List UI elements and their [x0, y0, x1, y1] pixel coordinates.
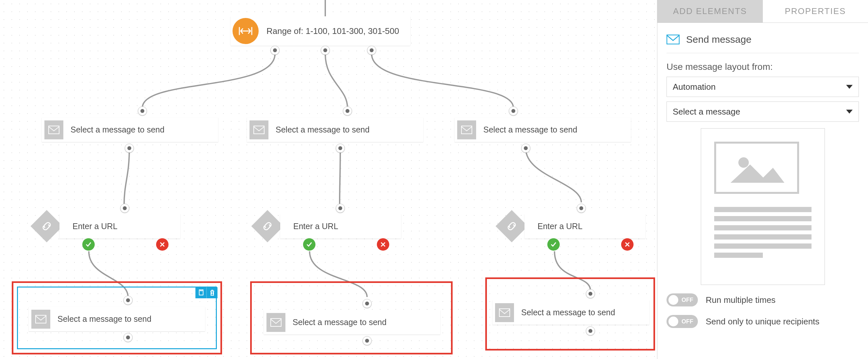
port[interactable] [343, 106, 352, 116]
toggle-state: OFF [682, 297, 693, 303]
tab-add-elements[interactable]: ADD ELEMENTS [657, 0, 763, 23]
preview-line [714, 234, 811, 239]
node-actions [195, 287, 217, 298]
message-node[interactable]: Select a message to send [29, 307, 205, 331]
chevron-down-icon [846, 85, 852, 89]
toggle-unique-recipients[interactable]: OFF [666, 315, 698, 328]
mail-icon [267, 313, 285, 332]
range-node[interactable]: Range of: 1-100, 101-300, 301-500 [230, 16, 410, 46]
port[interactable] [321, 46, 330, 55]
toggle-knob [669, 317, 678, 326]
svg-rect-7 [667, 35, 679, 44]
panel-title-text: Send message [686, 34, 751, 45]
port[interactable] [363, 336, 372, 345]
port[interactable] [363, 299, 372, 308]
panel-title: Send message [666, 31, 859, 53]
close-icon[interactable] [377, 238, 389, 251]
mail-icon [249, 121, 269, 139]
toggle-label: Run multiple times [706, 295, 776, 305]
node-label: Select a message to send [514, 308, 622, 317]
port[interactable] [120, 204, 129, 213]
properties-panel: ADD ELEMENTS PROPERTIES Send message Use… [657, 0, 868, 359]
chevron-down-icon [846, 110, 852, 113]
svg-rect-1 [254, 126, 264, 134]
toggle-state: OFF [682, 318, 693, 325]
workflow-canvas[interactable]: Range of: 1-100, 101-300, 301-500 Select… [0, 0, 657, 359]
mail-icon [31, 310, 50, 329]
port[interactable] [138, 106, 147, 116]
link-icon [496, 210, 528, 242]
copy-icon[interactable] [195, 287, 207, 298]
port[interactable] [509, 106, 518, 116]
svg-rect-0 [49, 126, 59, 134]
select-value: Automation [673, 82, 716, 92]
close-icon[interactable] [621, 238, 633, 251]
port[interactable] [586, 326, 595, 335]
port[interactable] [123, 333, 132, 342]
toggle-label: Send only to unique recipients [706, 317, 819, 327]
preview-image-icon [714, 142, 799, 194]
trash-icon[interactable] [207, 287, 217, 298]
url-node[interactable]: Enter a URL [524, 214, 645, 238]
tab-properties[interactable]: PROPERTIES [763, 0, 868, 23]
mail-icon [457, 121, 476, 139]
toggle-run-multiple[interactable]: OFF [666, 293, 698, 306]
layout-from-label: Use message layout from: [666, 62, 859, 72]
message-node[interactable]: Select a message to send [42, 118, 218, 142]
mail-icon [495, 303, 514, 322]
mail-icon [666, 34, 680, 45]
port[interactable] [336, 204, 345, 213]
node-label: Enter a URL [280, 222, 345, 231]
port[interactable] [586, 289, 595, 298]
select-value: Select a message [673, 107, 740, 117]
range-label: Range of: 1-100, 101-300, 301-500 [259, 26, 407, 36]
node-label: Enter a URL [524, 222, 590, 231]
range-icon [232, 18, 259, 44]
svg-rect-2 [461, 126, 472, 134]
mail-icon [44, 121, 63, 139]
svg-rect-4 [36, 315, 46, 323]
port[interactable] [125, 143, 134, 153]
link-icon [31, 210, 63, 242]
check-icon[interactable] [82, 238, 95, 251]
message-node[interactable]: Select a message to send [492, 300, 649, 325]
port[interactable] [123, 296, 132, 305]
port[interactable] [521, 143, 530, 153]
svg-rect-5 [271, 319, 281, 326]
preview-line [714, 216, 811, 221]
node-label: Select a message to send [50, 314, 159, 324]
link-icon [251, 210, 284, 242]
check-icon[interactable] [547, 238, 560, 251]
message-select[interactable]: Select a message [666, 101, 859, 122]
port[interactable] [336, 143, 345, 153]
preview-line [714, 225, 811, 230]
url-node[interactable]: Enter a URL [59, 214, 180, 238]
url-node[interactable]: Enter a URL [280, 214, 401, 238]
svg-point-8 [738, 157, 749, 168]
message-preview [701, 128, 825, 285]
tab-label: ADD ELEMENTS [673, 6, 747, 16]
node-label: Enter a URL [59, 222, 125, 231]
tab-label: PROPERTIES [785, 6, 846, 16]
close-icon[interactable] [156, 238, 168, 251]
preview-line [714, 243, 811, 249]
port[interactable] [270, 46, 280, 55]
toggle-knob [669, 295, 678, 305]
node-label: Select a message to send [269, 125, 377, 134]
svg-rect-6 [499, 309, 510, 317]
node-label: Select a message to send [63, 125, 172, 134]
layout-select[interactable]: Automation [666, 77, 859, 97]
preview-line [714, 253, 763, 258]
message-node[interactable]: Select a message to send [264, 310, 440, 334]
port[interactable] [577, 204, 586, 213]
port[interactable] [367, 46, 376, 55]
check-icon[interactable] [303, 238, 315, 251]
preview-line [714, 207, 811, 212]
node-label: Select a message to send [476, 125, 585, 134]
message-node[interactable]: Select a message to send [455, 118, 631, 142]
node-label: Select a message to send [285, 318, 394, 327]
message-node[interactable]: Select a message to send [247, 118, 423, 142]
